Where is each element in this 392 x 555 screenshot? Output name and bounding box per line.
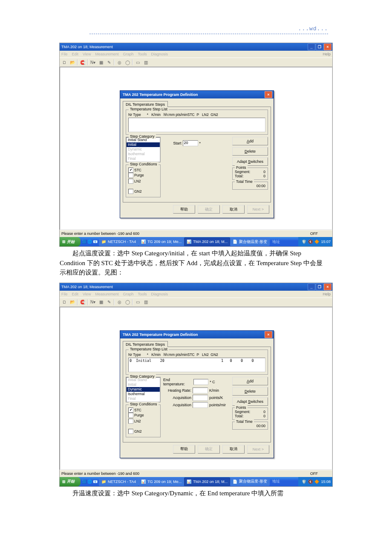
next-button[interactable]: Next > xyxy=(247,445,269,454)
minimize-icon[interactable]: _ xyxy=(308,283,315,290)
task-item[interactable]: 📊TG 209 on 19; Me... xyxy=(138,237,184,246)
ql-icon[interactable]: 🟦 xyxy=(82,480,86,484)
task-item[interactable]: 📁NETZSCH - TA4 xyxy=(99,477,138,486)
acq-min-input[interactable] xyxy=(193,402,208,408)
cat-final[interactable]: Final xyxy=(127,396,160,401)
ok-button[interactable]: 确定 xyxy=(198,205,220,214)
menu-tools[interactable]: Tools xyxy=(138,52,147,56)
purge-checkbox[interactable]: Purge xyxy=(128,173,144,178)
nav-icon[interactable]: N▾ xyxy=(89,298,97,306)
acq-k-input[interactable] xyxy=(193,395,208,401)
target-icon[interactable]: ◎ xyxy=(115,58,123,66)
cat-initial[interactable]: Initial xyxy=(127,142,160,147)
ql-icon[interactable]: 📧 xyxy=(93,240,98,244)
menu-edit[interactable]: Edit xyxy=(72,52,79,56)
view2-icon[interactable]: ▥ xyxy=(142,298,150,306)
task-item[interactable]: 📊TMA 202 on 18; M... xyxy=(184,477,230,486)
edit-icon[interactable]: ✎ xyxy=(105,298,113,306)
delete-button[interactable]: Delete xyxy=(232,387,268,396)
new-icon[interactable]: 🗋 xyxy=(61,298,68,306)
close-icon[interactable]: × xyxy=(324,283,331,290)
tab-dil-steps[interactable]: DIL Temperature Steps xyxy=(123,341,168,347)
stc-checkbox[interactable]: ✔STC xyxy=(128,408,141,413)
step-list[interactable]: 0 Initial 20 1 0 0 0 xyxy=(128,358,265,372)
delete-button[interactable]: Delete xyxy=(232,147,268,156)
step-category-list[interactable]: Initial Stand Initial Dynamic Isothermal… xyxy=(126,137,160,162)
cat-final[interactable]: Final xyxy=(127,156,160,161)
purge-checkbox[interactable]: Purge xyxy=(128,413,144,418)
view2-icon[interactable]: ▥ xyxy=(142,58,150,66)
new-icon[interactable]: 🗋 xyxy=(61,58,68,66)
tray-icon[interactable]: 🛡️ xyxy=(302,240,306,244)
gn2-checkbox[interactable]: GN2 xyxy=(128,189,141,194)
adapt-switches-button[interactable]: Adapt Switches xyxy=(232,397,268,406)
ok-button[interactable]: 确定 xyxy=(198,445,220,454)
menu-help[interactable]: Help xyxy=(323,52,331,56)
menu-tools[interactable]: Tools xyxy=(138,292,147,296)
nav-icon[interactable]: N▾ xyxy=(89,58,97,66)
menu-measurement[interactable]: Measurement xyxy=(95,52,118,56)
open-icon[interactable]: 📂 xyxy=(69,58,76,66)
menu-edit[interactable]: Edit xyxy=(72,292,79,296)
stop-icon[interactable]: ◯ xyxy=(124,298,131,306)
task-item[interactable]: 📁NETZSCH - TA4 xyxy=(99,237,138,246)
tray-icon[interactable]: 🔶 xyxy=(314,240,319,244)
ql-icon[interactable]: 🌐 xyxy=(87,480,92,484)
menu-diagnosis[interactable]: Diagnosis xyxy=(151,292,168,296)
task-item[interactable]: 📊TMA 202 on 18; M... xyxy=(184,237,230,246)
ql-icon[interactable]: 🌐 xyxy=(87,240,92,244)
system-tray[interactable]: 🛡️ 🔇 🔶 15:07 xyxy=(298,237,332,246)
tool-icon[interactable]: 🧲 xyxy=(79,58,86,66)
menu-measurement[interactable]: Measurement xyxy=(95,292,118,296)
grid-icon[interactable]: ▦ xyxy=(97,298,105,306)
start-button[interactable]: ⊞ 开始 xyxy=(60,477,81,486)
tray-icon[interactable]: 🔇 xyxy=(308,480,313,484)
cat-dynamic[interactable]: Dynamic xyxy=(127,387,160,392)
ql-icon[interactable]: 📧 xyxy=(93,480,98,484)
heating-rate-input[interactable] xyxy=(193,387,208,393)
edit-icon[interactable]: ✎ xyxy=(105,58,113,66)
target-icon[interactable]: ◎ xyxy=(115,298,123,306)
tray-icon[interactable]: 🔇 xyxy=(308,240,313,244)
menu-graph[interactable]: Graph xyxy=(123,52,133,56)
cancel-button[interactable]: 取消 xyxy=(222,205,245,214)
stc-checkbox[interactable]: ✔STC xyxy=(128,168,141,173)
start-input[interactable]: 20 xyxy=(183,140,198,146)
tray-icon[interactable]: 🔶 xyxy=(314,480,319,484)
add-button[interactable]: Add xyxy=(232,377,268,385)
adapt-switches-button[interactable]: Adapt Switches xyxy=(232,157,268,166)
cat-isothermal[interactable]: Isothermal xyxy=(127,152,160,156)
menu-diagnosis[interactable]: Diagnosis xyxy=(151,52,168,56)
system-tray[interactable]: 🛡️ 🔇 🔶 15:08 xyxy=(298,477,332,486)
menu-help[interactable]: Help xyxy=(323,292,331,296)
cancel-button[interactable]: 取消 xyxy=(222,445,245,454)
help-button[interactable]: 帮助 xyxy=(173,445,195,454)
step-list[interactable] xyxy=(128,118,265,132)
help-button[interactable]: 帮助 xyxy=(173,205,195,214)
tab-dil-steps[interactable]: DIL Temperature Steps xyxy=(123,101,168,107)
dialog-close-icon[interactable]: × xyxy=(265,91,272,98)
menu-view[interactable]: View xyxy=(83,52,91,56)
stop-icon[interactable]: ◯ xyxy=(124,58,131,66)
maximize-icon[interactable]: ❐ xyxy=(316,283,323,290)
tool-icon[interactable]: 🧲 xyxy=(79,298,86,306)
ql-icon[interactable]: 🟦 xyxy=(82,240,86,244)
end-temp-input[interactable] xyxy=(193,379,208,385)
task-item[interactable]: 📄聚合物温度-形变 xyxy=(230,237,270,246)
ln2-checkbox[interactable]: LN2 xyxy=(128,419,141,424)
ln2-checkbox[interactable]: LN2 xyxy=(128,179,141,184)
menu-graph[interactable]: Graph xyxy=(123,292,133,296)
start-button[interactable]: ⊞ 开始 xyxy=(60,237,81,246)
grid-icon[interactable]: ▦ xyxy=(97,58,105,66)
task-item[interactable]: 📄聚合物温度-形变 xyxy=(230,477,270,486)
cat-initial[interactable]: Initial xyxy=(127,382,160,387)
open-icon[interactable]: 📂 xyxy=(69,298,76,306)
menu-file[interactable]: File xyxy=(61,292,68,296)
minimize-icon[interactable]: _ xyxy=(308,43,315,50)
maximize-icon[interactable]: ❐ xyxy=(316,43,323,50)
menu-view[interactable]: View xyxy=(83,292,91,296)
task-item[interactable]: 📊TG 209 on 19; Me... xyxy=(138,477,184,486)
cat-isothermal[interactable]: Isothermal xyxy=(127,392,160,396)
view1-icon[interactable]: ▭ xyxy=(134,298,141,306)
step-category-list[interactable]: Initial Stand Initial Dynamic Isothermal… xyxy=(126,377,160,402)
